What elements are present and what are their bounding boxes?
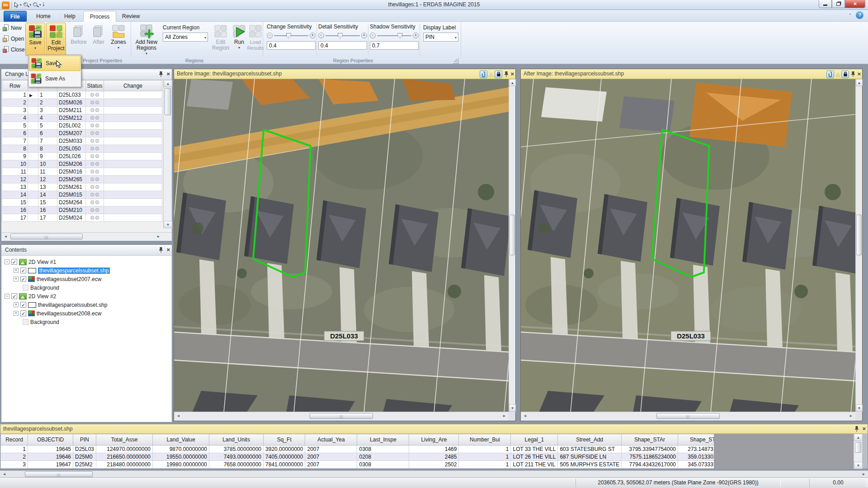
attribute-column-header[interactable]: Land_Units (209, 434, 264, 446)
tab-review[interactable]: Review (116, 11, 146, 22)
layer-checkbox[interactable]: ✓ (20, 276, 26, 282)
scroll-left-icon[interactable]: ◄ (2, 233, 9, 240)
after-map-canvas[interactable]: D25L033 (521, 79, 855, 412)
close-view-icon[interactable]: × (857, 71, 861, 77)
change-list-row[interactable]: 16 16 D25M210 ⚙⚙ (2, 206, 162, 214)
slider-plus-icon[interactable]: + (310, 33, 316, 38)
tree-item-layer[interactable]: Background (2, 318, 171, 326)
layer-checkbox[interactable]: ✓ (11, 293, 17, 299)
close-project-button[interactable]: Close (2, 45, 24, 54)
pin-icon[interactable] (159, 247, 163, 253)
display-label-combobox[interactable]: PIN▾ (423, 33, 458, 42)
close-panel-icon[interactable]: × (862, 426, 866, 432)
change-list-row[interactable]: 17 17 D25M024 ⚙⚙ (2, 214, 162, 222)
col-status[interactable]: Status (86, 80, 104, 91)
attribute-column-header[interactable]: Legal_1 (511, 434, 558, 446)
layer-checkbox[interactable] (23, 285, 28, 291)
expand-icon[interactable]: + (14, 311, 19, 316)
edit-project-button[interactable]: Edit Project (46, 23, 66, 56)
current-region-combobox[interactable]: All Zones▾ (163, 33, 208, 42)
attribute-column-header[interactable]: Street_Add (558, 434, 622, 446)
pin-icon[interactable] (851, 71, 855, 77)
slider-value-field[interactable]: 0.7 (370, 41, 419, 50)
link-views-button[interactable] (826, 70, 834, 78)
slider-plus-icon[interactable]: + (413, 33, 419, 38)
attribute-column-header[interactable]: Record (1, 434, 28, 446)
change-list-row[interactable]: 15 15 D25M264 ⚙⚙ (2, 199, 162, 206)
zones-button[interactable]: Zones▾ (108, 23, 128, 56)
attribute-table-vscrollbar[interactable]: ▲ ▼ (854, 434, 862, 469)
new-button[interactable]: New (2, 23, 24, 33)
combo-arrow-icon[interactable]: ▾ (204, 36, 206, 40)
attribute-row[interactable]: 219646D25M0216650.0000000019550.00000000… (1, 453, 734, 461)
attribute-column-header[interactable]: Living_Are (409, 434, 459, 446)
restore-button[interactable] (832, 0, 845, 8)
before-map-canvas[interactable]: D25L033 (174, 79, 509, 412)
after-hscrollbar[interactable]: ◄ ||| ► (521, 412, 855, 421)
expand-icon[interactable]: + (14, 302, 19, 307)
change-list-row[interactable]: 13 13 D25M261 ⚙⚙ (2, 183, 162, 191)
change-list-row[interactable]: 14 14 D25M015 ⚙⚙ (2, 191, 162, 199)
scroll-up-icon[interactable]: ▲ (164, 80, 172, 87)
layer-checkbox[interactable]: ✓ (20, 267, 26, 273)
attribute-table-hscrollbar[interactable]: ◄ ||| ► (0, 470, 868, 477)
tree-item-view[interactable]: − ✓ 2D View #1 (2, 258, 171, 266)
link-views-button[interactable] (480, 70, 487, 78)
ribbon-collapse-icon[interactable]: ⌃ (848, 13, 852, 18)
open-button[interactable]: Open (2, 34, 24, 43)
layer-checkbox[interactable]: ✓ (20, 302, 26, 308)
close-panel-icon[interactable]: × (166, 71, 170, 77)
slider-thumb[interactable] (397, 33, 402, 39)
col-change[interactable]: Change (104, 80, 162, 91)
tree-item-layer[interactable]: Background (2, 283, 171, 292)
expand-icon[interactable]: + (14, 268, 19, 273)
attribute-column-header[interactable]: PIN (73, 434, 96, 446)
change-list-vscrollbar[interactable]: ▲ ▼ (163, 80, 172, 228)
before-vscrollbar[interactable]: ▲ ▼ (509, 79, 515, 412)
attribute-column-header[interactable]: OBJECTID (28, 434, 73, 446)
after-vscrollbar[interactable]: ▲ ▼ (855, 79, 862, 412)
close-button[interactable]: ✕ (845, 0, 865, 8)
slider-minus-icon[interactable]: − (318, 33, 324, 38)
attribute-row[interactable]: 319647D25M2218480.0000000019980.00000000… (1, 461, 734, 469)
change-list-row[interactable]: 4 4 D25M212 ⚙⚙ (2, 114, 162, 122)
change-list-row[interactable]: 6 6 D25M207 ⚙⚙ (2, 130, 162, 137)
tree-item-layer[interactable]: +✓thevillagessubset2007.ecw (2, 275, 171, 283)
slider-thumb[interactable] (338, 33, 343, 39)
slider-plus-icon[interactable]: + (361, 33, 367, 38)
tab-home[interactable]: Home (30, 11, 57, 22)
before-hscrollbar[interactable]: ◄ ||| ► (174, 412, 509, 421)
tree-item-layer[interactable]: +✓thevillagesparcelssubset.shp (2, 266, 171, 275)
tree-item-view[interactable]: − ✓ 2D View #2 (2, 292, 171, 300)
tab-process[interactable]: Process (83, 11, 116, 22)
change-list-row[interactable]: 10 10 D25M206 ⚙⚙ (2, 160, 162, 168)
change-list-row[interactable]: 7 7 D25M033 ⚙⚙ (2, 137, 162, 145)
attribute-column-header[interactable]: Number_Bui (459, 434, 511, 446)
expand-icon[interactable]: + (14, 277, 19, 282)
pin-icon[interactable] (504, 71, 509, 77)
change-list-hscrollbar[interactable]: ◄ ||| ► (1, 232, 172, 240)
dialog-launcher-icon[interactable]: ◿ (453, 58, 458, 64)
minimize-button[interactable] (819, 0, 832, 8)
attribute-column-header[interactable]: Sq_Ft (264, 434, 305, 446)
slider-value-field[interactable]: 0.4 (318, 41, 367, 50)
change-list-row[interactable]: 11 11 D25M016 ⚙⚙ (2, 168, 162, 176)
menu-item-save-as[interactable]: Save As (29, 71, 80, 86)
tab-help[interactable]: Help (58, 11, 82, 22)
change-list-row[interactable]: 3 3 D25M211 ⚙⚙ (2, 107, 162, 114)
add-new-regions-button[interactable]: Add New Regions▾ (134, 23, 159, 56)
slider-value-field[interactable]: 0.4 (267, 41, 316, 50)
combo-arrow-icon[interactable]: ▾ (455, 36, 457, 40)
layer-checkbox[interactable]: ✓ (11, 259, 17, 265)
pin-icon[interactable] (159, 71, 163, 77)
menu-item-save[interactable]: Save (29, 56, 80, 71)
attribute-column-header[interactable]: Last_Inspe (357, 434, 409, 446)
change-list-row[interactable]: 9 9 D25L026 ⚙⚙ (2, 153, 162, 160)
tree-item-layer[interactable]: +✓thevillagessubset2008.ecw (2, 309, 171, 318)
attribute-column-header[interactable]: Total_Asse (96, 434, 153, 446)
layer-checkbox[interactable]: ✓ (20, 310, 26, 316)
scroll-down-icon[interactable]: ▼ (164, 221, 172, 228)
attribute-row[interactable]: 119645D25L03124970.000000009870.00000000… (1, 446, 734, 453)
slider-minus-icon[interactable]: − (370, 33, 376, 38)
tab-file[interactable]: File (4, 11, 27, 22)
